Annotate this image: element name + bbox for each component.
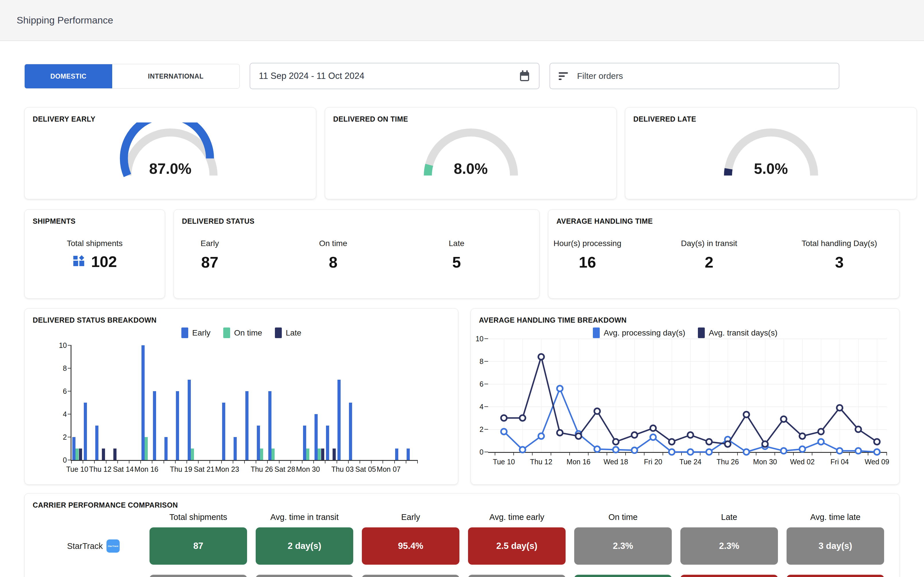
x-axis-tick	[141, 460, 141, 463]
x-axis-tick	[175, 460, 176, 463]
data-point	[669, 449, 675, 455]
data-point	[818, 429, 824, 435]
data-point	[520, 447, 525, 453]
y-axis-tick	[485, 361, 488, 362]
y-axis-label: 4	[470, 403, 483, 411]
legend-item[interactable]: Late	[275, 327, 302, 338]
y-axis-label: 0	[54, 456, 67, 464]
bar-early	[234, 437, 237, 460]
bar-early	[222, 403, 225, 460]
legend-item[interactable]: Early	[181, 327, 211, 338]
table-column-header: On time	[608, 513, 638, 522]
chart-title: DELIVERED STATUS BREAKDOWN	[33, 316, 157, 324]
legend-label: Avg. transit days(s)	[709, 328, 777, 338]
stat-value: 5	[452, 253, 461, 271]
x-axis-tick	[348, 460, 349, 463]
x-axis-tick	[417, 460, 418, 463]
x-axis-label: Mon 30	[753, 458, 777, 466]
tab-international[interactable]: INTERNATIONAL	[112, 64, 239, 88]
x-axis-label: Wed 02	[790, 458, 815, 466]
table-cell: 2.5 day(s)	[468, 527, 565, 565]
x-axis-label: Sat 05	[355, 465, 376, 474]
table-column-header: Avg. time in transit	[270, 513, 339, 522]
legend-item[interactable]: Avg. processing day(s)	[593, 327, 685, 338]
table-column-header: Total shipments	[169, 513, 227, 522]
x-axis-tick	[256, 460, 256, 463]
bar-late	[113, 448, 116, 460]
filter-orders-input[interactable]	[577, 71, 807, 81]
stat-value: 8	[329, 253, 338, 271]
table-cell: 2.3%	[680, 527, 778, 565]
bar-early	[338, 380, 341, 460]
x-axis-tick	[106, 460, 107, 463]
data-point	[520, 415, 525, 421]
data-point	[613, 439, 619, 445]
bar-early	[315, 414, 318, 460]
gauge-value: 87.0%	[25, 160, 316, 177]
x-axis-tick	[163, 460, 164, 463]
bar-early	[176, 391, 179, 460]
bar-late	[102, 448, 105, 460]
data-point	[669, 439, 675, 445]
x-axis-label: Wed 09	[864, 458, 889, 466]
bar-early	[246, 391, 249, 460]
data-point	[725, 441, 730, 447]
legend-label: Early	[192, 328, 211, 338]
gauge-card-delivered-on-time: DELIVERED ON TIME 8.0%	[325, 107, 617, 199]
table-cell: 2 day(s)	[256, 527, 353, 565]
y-axis-label: 8	[54, 364, 67, 372]
calendar-icon[interactable]	[520, 70, 530, 82]
x-axis-label: Sat 21	[194, 465, 214, 474]
card-title: DELIVERED LATE	[633, 115, 696, 123]
data-point	[688, 449, 693, 455]
filter-orders-field[interactable]	[549, 63, 839, 89]
card-title: DELIVERED ON TIME	[333, 115, 408, 123]
legend-swatch-icon	[223, 327, 230, 338]
gauge-value: 5.0%	[625, 160, 916, 177]
carrier-logo-icon: StarTrack	[107, 540, 120, 553]
table-cell: 3 day(s)	[787, 527, 884, 565]
stat-label: Late	[449, 239, 465, 248]
x-axis-tick	[313, 460, 314, 463]
y-axis-tick	[68, 345, 71, 346]
top-bar: Shipping Performance	[0, 0, 924, 41]
table-column-header: Avg. time late	[810, 513, 860, 522]
data-point	[576, 434, 582, 439]
data-point	[874, 449, 880, 455]
data-point	[855, 448, 861, 454]
x-axis-tick	[129, 460, 129, 463]
tab-domestic[interactable]: DOMESTIC	[25, 64, 112, 88]
stat-label: Early	[200, 239, 219, 248]
filter-icon	[559, 72, 569, 80]
stat-label: On time	[319, 239, 347, 248]
x-axis-tick	[394, 460, 395, 463]
legend-item[interactable]: Avg. transit days(s)	[698, 327, 777, 338]
line-chart-plot: 0246810Tue 10Thu 12Mon 16Wed 18Fri 20Tue…	[488, 339, 887, 453]
bar-on-time	[271, 448, 275, 460]
legend-item[interactable]: On time	[223, 327, 262, 338]
y-axis-label: 0	[470, 448, 483, 456]
legend-swatch-icon	[593, 327, 600, 338]
table-cell	[362, 575, 459, 577]
table-cell	[256, 575, 353, 577]
scope-toggle: DOMESTIC INTERNATIONAL	[24, 64, 240, 89]
x-axis-tick	[302, 460, 302, 463]
chat-fab-button[interactable]	[918, 574, 924, 577]
total-shipments-value: 102	[91, 253, 117, 271]
data-point	[538, 434, 544, 439]
data-point	[632, 432, 637, 438]
bar-on-time	[76, 448, 79, 460]
data-point	[837, 405, 843, 411]
bar-early	[72, 437, 76, 460]
data-point	[557, 386, 563, 392]
x-axis-tick	[244, 460, 245, 463]
y-axis-label: 6	[54, 387, 67, 395]
total-shipments-label: Total shipments	[67, 239, 123, 248]
date-range-picker[interactable]: 11 Sep 2024 - 11 Oct 2024	[250, 63, 540, 89]
bar-early	[268, 391, 271, 460]
table-cell	[680, 575, 778, 577]
x-axis-label: Sat 28	[275, 465, 295, 474]
data-point	[818, 439, 824, 445]
x-axis-label: Thu 03	[331, 465, 354, 474]
delivered-status-card: DELIVERED STATUS Early87On time8Late5	[174, 210, 540, 298]
